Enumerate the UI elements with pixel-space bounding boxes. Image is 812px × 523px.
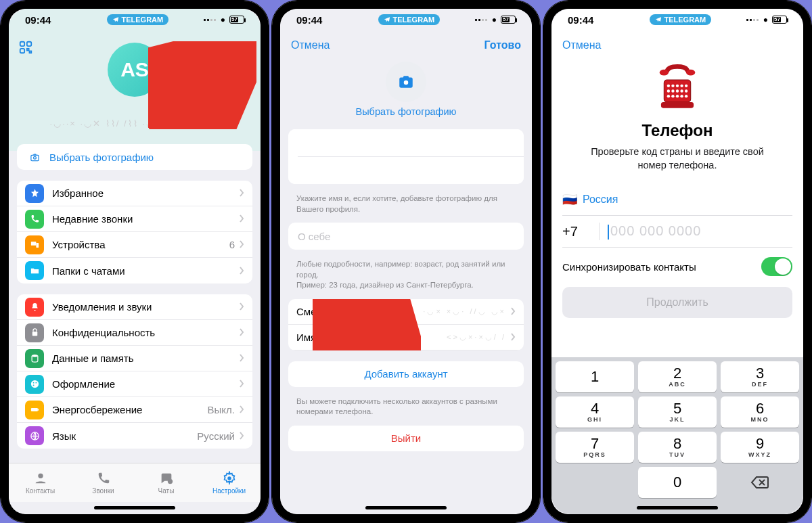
keypad-key-7[interactable]: 7PQRS xyxy=(556,432,634,463)
svg-rect-8 xyxy=(36,243,39,248)
settings-row[interactable]: Недавние звонки xyxy=(17,206,252,232)
keypad-key-0[interactable]: 0 xyxy=(638,467,717,498)
choose-photo-link[interactable]: Выбрать фотографию xyxy=(280,106,532,124)
db-icon xyxy=(25,349,44,368)
svg-rect-7 xyxy=(30,242,36,246)
svg-point-35 xyxy=(667,95,670,97)
cancel-button[interactable]: Отмена xyxy=(291,39,330,51)
cancel-button[interactable]: Отмена xyxy=(562,39,601,51)
svg-rect-5 xyxy=(30,155,38,160)
svg-point-30 xyxy=(667,89,670,92)
svg-point-12 xyxy=(32,382,34,384)
svg-point-29 xyxy=(685,85,687,87)
first-name-input[interactable] xyxy=(288,129,524,156)
photo-placeholder[interactable] xyxy=(386,62,426,102)
lock-icon xyxy=(25,323,44,342)
row-label: Папки с чатами xyxy=(52,265,239,277)
settings-row[interactable]: Папки с чатами xyxy=(17,258,252,283)
chevron-right-icon xyxy=(239,404,244,415)
settings-row[interactable]: Уведомления и звуки xyxy=(17,294,252,320)
tab-settings[interactable]: Настройки xyxy=(198,463,261,502)
settings-row[interactable]: ЭнергосбережениеВыкл. xyxy=(17,397,252,423)
svg-point-31 xyxy=(671,89,674,92)
svg-point-11 xyxy=(30,380,38,388)
svg-point-23 xyxy=(686,70,695,76)
choose-photo-button[interactable]: Выбрать фотографию xyxy=(17,144,252,170)
chevron-right-icon xyxy=(239,378,244,390)
keypad-key-1[interactable]: 1 xyxy=(556,361,634,392)
done-button[interactable]: Готово xyxy=(484,39,521,51)
svg-point-6 xyxy=(33,156,36,159)
svg-point-38 xyxy=(680,95,683,97)
phone-number-input[interactable]: 000 000 0000 xyxy=(608,223,701,240)
qr-icon[interactable] xyxy=(18,40,33,55)
svg-point-36 xyxy=(671,95,674,97)
keypad-key-4[interactable]: 4GHI xyxy=(556,396,634,428)
battery-icon xyxy=(25,401,44,419)
row-value: Выкл. xyxy=(208,404,235,415)
svg-point-22 xyxy=(660,70,669,76)
phone-prefix: +7 xyxy=(562,224,599,240)
svg-point-32 xyxy=(676,89,679,92)
settings-row[interactable]: Устройства6 xyxy=(17,232,252,258)
svg-point-37 xyxy=(676,95,679,97)
settings-row[interactable]: ЯзыкРусский xyxy=(17,423,252,449)
settings-row[interactable]: Конфиденциальность xyxy=(17,320,252,346)
keypad-key-9[interactable]: 9WXYZ xyxy=(721,432,799,463)
svg-rect-1 xyxy=(27,42,31,46)
settings-row[interactable]: Данные и память xyxy=(17,346,252,371)
continue-button[interactable]: Продолжить xyxy=(562,287,792,318)
blurred-phone: ·◡× ×◡· //◡ ◡× xyxy=(423,307,506,316)
status-bar: 09:44 TELEGRAM ●57 xyxy=(280,9,532,30)
status-app-pill: TELEGRAM xyxy=(107,14,169,25)
chevron-right-icon xyxy=(239,213,244,225)
chevron-right-icon xyxy=(239,301,244,313)
logout-button[interactable]: Выйти xyxy=(288,426,524,451)
keypad-key-6[interactable]: 6MNO xyxy=(721,396,799,428)
tab-calls[interactable]: Звонки xyxy=(72,463,135,502)
home-indicator[interactable] xyxy=(551,502,803,514)
name-hint: Укажите имя и, если хотите, добавьте фот… xyxy=(280,189,532,217)
username-row[interactable]: Имя пользователя <>◡×·×◡/ / xyxy=(288,325,524,350)
row-value: 6 xyxy=(229,239,235,250)
chevron-right-icon xyxy=(510,332,516,343)
keypad-key-5[interactable]: 5JKL xyxy=(638,396,717,428)
keypad-key-8[interactable]: 8TUV xyxy=(638,432,717,463)
country-select[interactable]: 🇷🇺 Россия xyxy=(562,184,792,216)
svg-rect-9 xyxy=(32,332,37,336)
status-bar: 09:44 TELEGRAM ● 57 xyxy=(9,9,261,30)
row-value: Русский xyxy=(197,430,235,442)
home-indicator[interactable] xyxy=(280,502,532,514)
status-time: 09:44 xyxy=(25,14,72,26)
chevron-right-icon xyxy=(239,327,244,338)
svg-rect-15 xyxy=(30,408,37,411)
keypad-delete[interactable] xyxy=(721,467,799,498)
tab-chats[interactable]: Чаты xyxy=(135,463,198,502)
svg-point-21 xyxy=(404,81,409,85)
row-label: Устройства xyxy=(52,239,229,250)
sync-contacts-label: Синхронизировать контакты xyxy=(562,261,696,273)
svg-point-18 xyxy=(38,474,43,478)
home-indicator[interactable] xyxy=(9,502,261,514)
tab-contacts[interactable]: Контакты xyxy=(9,463,72,502)
settings-row[interactable]: Оформление xyxy=(17,371,252,397)
choose-photo-label: Выбрать фотографию xyxy=(49,152,244,163)
svg-rect-16 xyxy=(37,409,38,411)
blurred-username-value: <>◡×·×◡/ / xyxy=(447,333,506,342)
add-account-button[interactable]: Добавить аккаунт xyxy=(288,361,524,387)
star-icon xyxy=(25,184,44,203)
svg-point-25 xyxy=(667,85,670,87)
keypad-key-2[interactable]: 2ABC xyxy=(638,361,717,392)
about-hint: Любые подробности, например: возраст, ро… xyxy=(280,255,532,294)
about-input[interactable]: О себе xyxy=(288,223,524,250)
settings-group-a: ИзбранноеНедавние звонкиУстройства6Папки… xyxy=(17,181,252,283)
last-name-input[interactable] xyxy=(288,157,524,184)
keypad-key-3[interactable]: 3DEF xyxy=(721,361,799,392)
numeric-keypad: 12ABC3DEF4GHI5JKL6MNO7PQRS8TUV9WXYZ0 xyxy=(551,357,803,502)
row-label: Избранное xyxy=(52,187,239,199)
sync-contacts-toggle[interactable] xyxy=(761,257,792,276)
change-number-row[interactable]: Сменить номер ·◡× ×◡· //◡ ◡× xyxy=(288,299,524,325)
svg-point-26 xyxy=(671,85,674,87)
settings-row[interactable]: Избранное xyxy=(17,181,252,206)
folders-icon xyxy=(25,261,44,280)
